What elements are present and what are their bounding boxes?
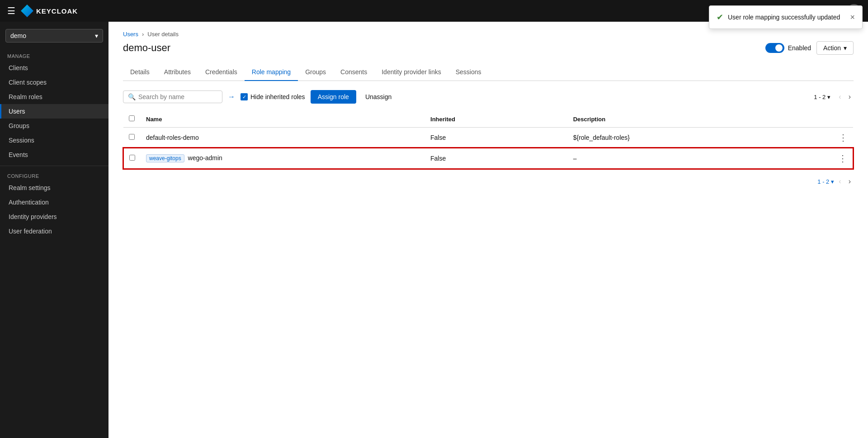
row-2-menu-button[interactable]: ⋮	[817, 148, 853, 169]
enabled-toggle-wrap: Enabled	[765, 43, 811, 53]
toolbar: 🔍 → Hide inherited roles Assign role Una…	[123, 90, 854, 104]
table-row: default-roles-demo False ${role_default-…	[123, 128, 853, 148]
page-title: demo-user	[123, 42, 170, 54]
pagination-dropdown-icon[interactable]: ▾	[827, 94, 830, 100]
hide-inherited-checkbox[interactable]	[241, 93, 248, 100]
toggle-knob	[775, 44, 783, 52]
sidebar-item-authentication[interactable]: Authentication	[0, 195, 108, 209]
pagination-info: 1 - 2 ▾	[814, 94, 830, 100]
col-header-action	[817, 111, 853, 128]
table-wrap: Name Inherited Description default-roles…	[123, 111, 854, 169]
sidebar-item-clients[interactable]: Clients	[0, 61, 108, 75]
logo-diamond-icon	[21, 5, 33, 17]
tab-sessions[interactable]: Sessions	[448, 64, 489, 81]
table-row: weave-gitops wego-admin False – ⋮	[123, 148, 853, 169]
logo: KEYCLOAK	[21, 5, 78, 17]
tab-credentials[interactable]: Credentials	[198, 64, 245, 81]
unassign-button[interactable]: Unassign	[362, 90, 395, 104]
sidebar-item-groups[interactable]: Groups	[0, 119, 108, 133]
configure-section-label: Configure	[0, 170, 108, 181]
row-2-name: weave-gitops wego-admin	[141, 148, 425, 169]
realm-chevron-icon: ▾	[95, 32, 98, 39]
bottom-next-page-button[interactable]: ›	[846, 176, 854, 186]
row-2-inherited: False	[425, 148, 568, 169]
bottom-pagination-dropdown-icon[interactable]: ▾	[831, 178, 834, 185]
breadcrumb-current: User details	[147, 31, 179, 38]
search-icon: 🔍	[128, 93, 136, 100]
bottom-page-info: 1 - 2 ▾	[817, 178, 834, 185]
hamburger-menu[interactable]: ☰	[7, 5, 15, 16]
select-all-checkbox[interactable]	[129, 115, 135, 121]
tab-role-mapping[interactable]: Role mapping	[245, 64, 298, 81]
logo-text: KEYCLOAK	[36, 7, 78, 15]
assign-role-button[interactable]: Assign role	[311, 90, 356, 104]
tabs: Details Attributes Credentials Role mapp…	[123, 64, 854, 81]
breadcrumb-separator: ›	[142, 31, 144, 38]
tab-consents[interactable]: Consents	[333, 64, 374, 81]
realm-selector[interactable]: demo ▾	[5, 29, 103, 43]
sidebar-item-users[interactable]: Users	[0, 104, 108, 119]
next-page-button[interactable]: ›	[846, 92, 854, 102]
sidebar-item-client-scopes[interactable]: Client scopes	[0, 75, 108, 90]
row-1-checkbox[interactable]	[129, 134, 135, 140]
manage-section-label: Manage	[0, 50, 108, 61]
row-1-description: ${role_default-roles}	[568, 128, 817, 148]
action-button[interactable]: Action ▾	[816, 41, 854, 55]
bottom-prev-page-button[interactable]: ‹	[836, 176, 844, 186]
breadcrumb: Users › User details	[123, 31, 854, 38]
sidebar: demo ▾ Manage Clients Client scopes Real…	[0, 22, 108, 438]
row-1-inherited: False	[425, 128, 568, 148]
tab-details[interactable]: Details	[123, 64, 157, 81]
row-2-checkbox[interactable]	[129, 155, 135, 161]
hide-inherited-label: Hide inherited roles	[250, 93, 305, 100]
breadcrumb-users-link[interactable]: Users	[123, 31, 138, 38]
toast-close-button[interactable]: ×	[850, 13, 855, 21]
toast-notification: ✔ User role mapping successfully updated…	[709, 5, 863, 29]
col-header-name: Name	[141, 111, 425, 128]
enabled-toggle[interactable]	[765, 43, 784, 53]
hide-inherited-checkbox-wrap: Hide inherited roles	[241, 93, 305, 100]
role-mapping-table: Name Inherited Description default-roles…	[123, 111, 854, 169]
enabled-label: Enabled	[788, 44, 811, 52]
tab-identity-provider-links[interactable]: Identity provider links	[374, 64, 448, 81]
col-header-inherited: Inherited	[425, 111, 568, 128]
action-label: Action	[823, 44, 841, 52]
bottom-pagination: 1 - 2 ▾ ‹ ›	[123, 169, 854, 194]
main-layout: demo ▾ Manage Clients Client scopes Real…	[0, 22, 868, 438]
page-header-right: Enabled Action ▾	[765, 41, 854, 55]
row-2-description: –	[568, 148, 817, 169]
sidebar-item-user-federation[interactable]: User federation	[0, 224, 108, 238]
sidebar-item-events[interactable]: Events	[0, 148, 108, 162]
sidebar-item-sessions[interactable]: Sessions	[0, 133, 108, 148]
page-header: demo-user Enabled Action ▾	[123, 41, 854, 55]
sidebar-divider	[0, 166, 108, 166]
realm-name: demo	[10, 32, 26, 39]
search-wrap: 🔍	[123, 90, 222, 103]
row-2-tag: weave-gitops	[146, 154, 184, 162]
search-input[interactable]	[138, 93, 217, 100]
toast-message: User role mapping successfully updated	[728, 14, 845, 21]
row-1-name: default-roles-demo	[141, 128, 425, 148]
pagination-nav: ‹ ›	[836, 92, 854, 102]
tab-attributes[interactable]: Attributes	[157, 64, 198, 81]
prev-page-button[interactable]: ‹	[836, 92, 844, 102]
sidebar-item-realm-roles[interactable]: Realm roles	[0, 90, 108, 104]
sidebar-item-realm-settings[interactable]: Realm settings	[0, 181, 108, 195]
row-1-menu-button[interactable]: ⋮	[817, 128, 853, 148]
toast-success-icon: ✔	[717, 12, 723, 22]
content-area: Users › User details demo-user Enabled A…	[108, 22, 868, 438]
search-arrow-button[interactable]: →	[228, 93, 235, 101]
action-chevron-icon: ▾	[844, 44, 847, 52]
col-header-description: Description	[568, 111, 817, 128]
sidebar-item-identity-providers[interactable]: Identity providers	[0, 209, 108, 224]
tab-groups[interactable]: Groups	[298, 64, 333, 81]
